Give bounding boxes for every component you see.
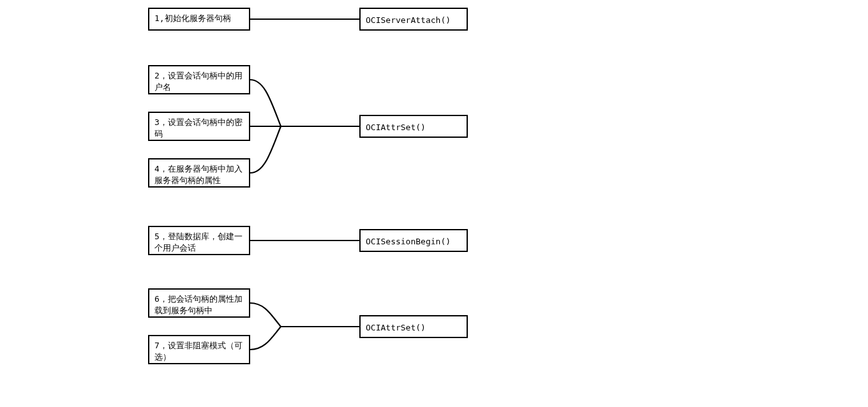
- step-box-5: 5，登陆数据库，创建一个用户会话: [148, 226, 250, 255]
- connector-lines: [0, 0, 868, 407]
- api-box-1: OCIServerAttach(): [359, 8, 468, 31]
- step-box-2: 2，设置会话句柄中的用户名: [148, 65, 250, 94]
- step-box-4: 4，在服务器句柄中加入服务器句柄的属性: [148, 158, 250, 188]
- step-box-3: 3，设置会话句柄中的密码: [148, 112, 250, 141]
- api-box-3: OCISessionBegin(): [359, 229, 468, 252]
- api-box-4: OCIAttrSet(): [359, 315, 468, 338]
- step-box-6: 6，把会话句柄的属性加载到服务句柄中: [148, 288, 250, 318]
- step-box-1: 1,初始化服务器句柄: [148, 8, 250, 31]
- api-box-2: OCIAttrSet(): [359, 115, 468, 138]
- step-box-7: 7，设置非阻塞模式（可选）: [148, 335, 250, 364]
- diagram-canvas: 1,初始化服务器句柄 OCIServerAttach() 2，设置会话句柄中的用…: [0, 0, 868, 407]
